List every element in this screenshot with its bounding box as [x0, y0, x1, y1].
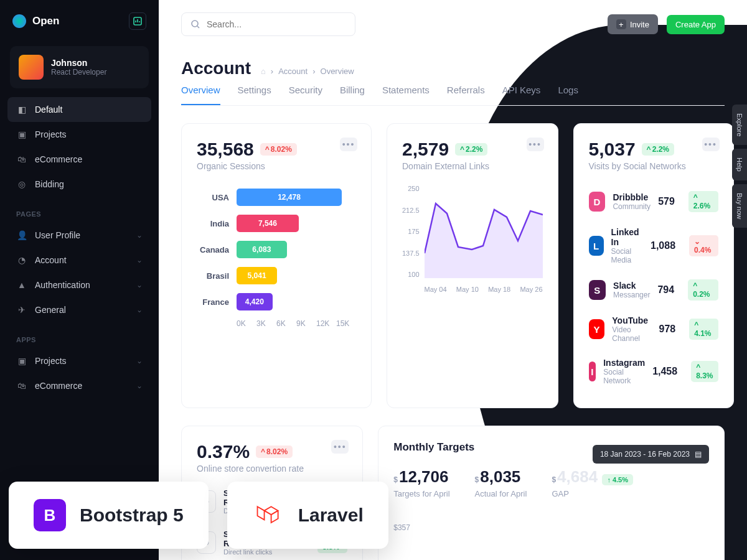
user-card[interactable]: Johnson React Developer — [10, 46, 149, 88]
logo-icon — [12, 14, 26, 28]
nav-icon: ◧ — [16, 104, 27, 115]
search-input[interactable] — [181, 12, 355, 36]
sidebar-item-projects[interactable]: ▣Projects⌄ — [7, 348, 151, 373]
social-delta-badge: ^ 0.2% — [688, 279, 718, 301]
sessions-label: Organic Sessions — [197, 161, 356, 171]
chevron-down-icon: ⌄ — [136, 231, 143, 240]
social-row-linked-in[interactable]: LLinked InSocial Media1,088⌄ 0.4% — [589, 220, 718, 272]
social-row-dribbble[interactable]: DDribbbleCommunity579^ 2.6% — [589, 184, 718, 220]
conv-label: Online store convertion rate — [197, 464, 347, 474]
chevron-down-icon: ⌄ — [136, 281, 143, 289]
section-label-apps: APPS — [7, 322, 151, 348]
calendar-icon: ▤ — [695, 450, 702, 459]
target-block: $4,684 ↑ 4.5%GAP — [552, 467, 633, 498]
user-name: Johnson — [51, 58, 106, 68]
create-app-button[interactable]: Create App — [667, 15, 725, 34]
card-menu-icon[interactable]: ••• — [340, 138, 357, 151]
sidebar-item-account[interactable]: ◔Account⌄ — [7, 248, 151, 273]
date-range-chip[interactable]: 18 Jan 2023 - 16 Feb 2023 ▤ — [593, 445, 709, 464]
bar-row: France4,420 — [197, 293, 356, 310]
user-role: React Developer — [51, 68, 106, 77]
target-block: $12,706Targets for April — [393, 467, 449, 498]
tab-billing[interactable]: Billing — [340, 85, 365, 105]
invite-button[interactable]: + Invite — [608, 14, 658, 34]
targets-title: Monthly Targets — [393, 441, 474, 454]
social-row-youtube[interactable]: YYouTubeVideo Channel978^ 4.1% — [589, 308, 718, 350]
bar-row: Canada6,083 — [197, 241, 356, 258]
social-row-instagram[interactable]: IInstagramSocial Network1,458^ 8.3% — [589, 350, 718, 393]
card-menu-icon[interactable]: ••• — [527, 138, 544, 151]
home-icon[interactable]: ⌂ — [261, 67, 266, 76]
sidebar-item-ecommerce[interactable]: 🛍eCommerce⌄ — [7, 373, 151, 398]
tab-security[interactable]: Security — [289, 85, 322, 105]
sidebar-item-general[interactable]: ✈General⌄ — [7, 297, 151, 322]
social-row-slack[interactable]: SSlackMessanger794^ 0.2% — [589, 272, 718, 308]
svg-point-1 — [192, 21, 198, 27]
rail-explore[interactable]: Explore — [732, 105, 747, 145]
social-delta-badge: ^ 2.2% — [642, 143, 674, 156]
social-delta-badge: ^ 4.1% — [689, 319, 718, 340]
conv-delta-badge: ^ 8.02% — [256, 446, 293, 458]
insights-icon[interactable] — [129, 12, 146, 30]
breadcrumb-account[interactable]: Account — [278, 67, 308, 76]
chevron-down-icon: ⌄ — [136, 256, 143, 264]
search-icon — [190, 19, 200, 29]
chevron-down-icon: ⌄ — [136, 306, 143, 314]
bar-row: USA12,478 — [197, 189, 356, 206]
tab-logs[interactable]: Logs — [558, 85, 578, 105]
nav-icon: ▣ — [16, 129, 27, 140]
sidebar-item-authentication[interactable]: ▲Authentication⌄ — [7, 273, 151, 297]
promo-overlay: B Bootstrap 5 Laravel — [9, 482, 388, 549]
promo-laravel[interactable]: Laravel — [227, 482, 388, 549]
sidebar-item-default[interactable]: ◧Default — [7, 97, 151, 122]
nav-icon: ◔ — [16, 254, 27, 266]
brand-text: Open — [32, 15, 59, 27]
tabs: OverviewSettingsSecurityBillingStatement… — [181, 85, 725, 106]
nav-icon: ▲ — [16, 279, 27, 291]
social-delta-badge: ⌄ 0.4% — [689, 235, 718, 256]
card-social: ••• 5,037 ^ 2.2% Visits by Social Networ… — [573, 123, 734, 408]
conv-value: 0.37% — [197, 441, 250, 462]
social-value: 5,037 — [589, 139, 636, 160]
tab-api-keys[interactable]: API Keys — [502, 85, 541, 105]
card-targets: Monthly Targets 18 Jan 2023 - 16 Feb 202… — [378, 426, 725, 560]
laravel-icon — [252, 499, 284, 531]
nav-icon: 👤 — [16, 230, 27, 241]
promo-bootstrap[interactable]: B Bootstrap 5 — [9, 482, 209, 549]
card-menu-icon[interactable]: ••• — [702, 138, 720, 151]
sidebar-item-user-profile[interactable]: 👤User Profile⌄ — [7, 223, 151, 248]
links-value: 2,579 — [402, 139, 449, 160]
rail-buy[interactable]: Buy now — [732, 184, 747, 228]
search-field[interactable] — [207, 19, 346, 29]
tab-statements[interactable]: Statements — [382, 85, 430, 105]
card-menu-icon[interactable]: ••• — [331, 440, 349, 454]
tab-overview[interactable]: Overview — [181, 85, 220, 105]
tab-settings[interactable]: Settings — [238, 85, 271, 105]
sidebar-item-bidding[interactable]: ◎Bidding — [7, 172, 151, 197]
social-icon: S — [589, 280, 606, 300]
sidebar: Open Johnson React Developer ◧Default▣Pr… — [0, 0, 159, 560]
sidebar-item-projects[interactable]: ▣Projects — [7, 122, 151, 147]
bar-row: India7,546 — [197, 215, 356, 232]
card-links: ••• 2,579 ^ 2.2% Domain External Links 2… — [387, 123, 558, 408]
bar-row: Brasil5,041 — [197, 267, 356, 284]
nav-icon: ▣ — [16, 355, 27, 366]
chevron-down-icon: ⌄ — [136, 381, 143, 390]
card-sessions: ••• 35,568 ^ 8.02% Organic Sessions USA1… — [181, 123, 372, 408]
chevron-down-icon: ⌄ — [136, 357, 143, 365]
tab-referrals[interactable]: Referrals — [447, 85, 485, 105]
area-chart — [425, 185, 543, 278]
brand-logo[interactable]: Open — [12, 14, 59, 28]
breadcrumb-overview: Overview — [321, 67, 354, 76]
sessions-delta-badge: ^ 8.02% — [260, 143, 297, 156]
avatar — [19, 55, 44, 80]
rail-help[interactable]: Help — [732, 149, 747, 180]
section-label-pages: PAGES — [7, 197, 151, 223]
sidebar-item-ecommerce[interactable]: 🛍eCommerce — [7, 147, 151, 172]
sessions-value: 35,568 — [197, 139, 254, 160]
nav-icon: 🛍 — [16, 154, 27, 165]
social-delta-badge: ^ 8.3% — [691, 361, 718, 382]
nav-icon: ◎ — [16, 179, 27, 190]
bootstrap-icon: B — [34, 499, 66, 531]
social-delta-badge: ^ 2.6% — [688, 191, 718, 212]
